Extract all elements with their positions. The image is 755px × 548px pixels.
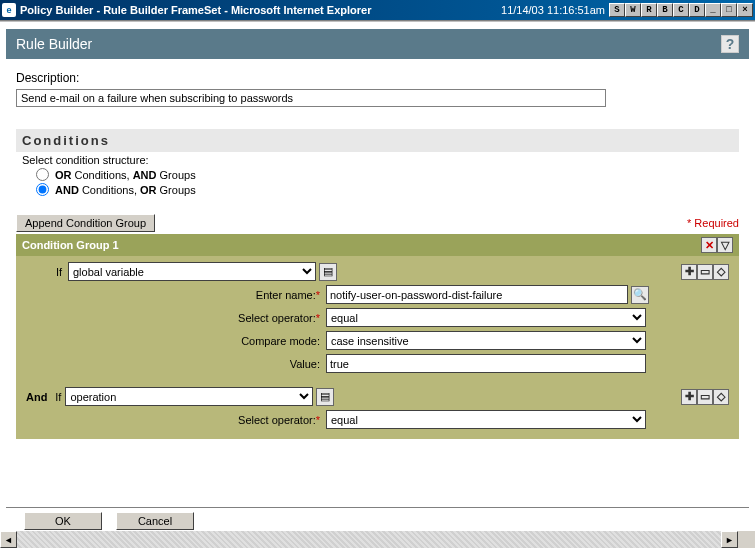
value-input[interactable] — [326, 354, 646, 373]
titlebar-buttons: S W R B C D _ □ × — [609, 3, 753, 17]
minimize-icon[interactable]: _ — [705, 3, 721, 17]
conditions-heading: Conditions — [16, 129, 739, 152]
operator-select[interactable]: equal — [326, 308, 646, 327]
cancel-button[interactable]: Cancel — [116, 512, 194, 530]
add-condition-icon-2[interactable]: ✚ — [681, 389, 697, 405]
btn-r[interactable]: R — [641, 3, 657, 17]
scroll-left-icon[interactable]: ◄ — [0, 531, 17, 548]
if-label-2: If — [51, 391, 65, 403]
titlebar: e Policy Builder - Rule Builder FrameSet… — [0, 0, 755, 20]
scroll-right-icon[interactable]: ► — [721, 531, 738, 548]
window-datetime: 11/14/03 11:16:51am — [501, 4, 605, 16]
delete-group-icon[interactable]: ✕ — [701, 237, 717, 253]
enter-name-label: Enter name:* — [26, 289, 326, 301]
operator-select-2[interactable]: equal — [326, 410, 646, 429]
remove-condition-icon-2[interactable]: ▭ — [697, 389, 713, 405]
btn-b[interactable]: B — [657, 3, 673, 17]
panel-header: Rule Builder ? — [6, 29, 749, 59]
panel-body: Description: Conditions Select condition… — [6, 59, 749, 499]
radio-or[interactable] — [36, 168, 49, 181]
conditions-sublabel: Select condition structure: — [22, 154, 739, 166]
and-label: And — [26, 391, 51, 403]
ie-icon: e — [2, 3, 16, 17]
close-icon[interactable]: × — [737, 3, 753, 17]
horizontal-scrollbar[interactable]: ◄ ► — [0, 531, 755, 548]
maximize-icon[interactable]: □ — [721, 3, 737, 17]
condition-group: Condition Group 1 ✕ ▽ If global variable… — [16, 234, 739, 439]
append-condition-group-button[interactable]: Append Condition Group — [16, 214, 155, 232]
remove-condition-icon[interactable]: ▭ — [697, 264, 713, 280]
scroll-track[interactable] — [17, 531, 721, 548]
scroll-corner — [738, 531, 755, 548]
name-input[interactable] — [326, 285, 628, 304]
btn-d[interactable]: D — [689, 3, 705, 17]
required-label: * Required — [687, 217, 739, 229]
radio-or-row[interactable]: OR Conditions, AND Groups — [36, 168, 739, 181]
condition-group-header: Condition Group 1 ✕ ▽ — [16, 234, 739, 256]
move-condition-icon[interactable]: ◇ — [713, 264, 729, 280]
bottom-bar: OK Cancel — [6, 507, 749, 530]
window-title: Policy Builder - Rule Builder FrameSet -… — [20, 4, 501, 16]
condition-type-select[interactable]: global variable — [68, 262, 316, 281]
operator-label-2: Select operator:* — [26, 414, 326, 426]
move-condition-icon-2[interactable]: ◇ — [713, 389, 729, 405]
group-title: Condition Group 1 — [22, 239, 119, 251]
btn-w[interactable]: W — [625, 3, 641, 17]
toolbar-divider — [0, 20, 755, 23]
panel: Rule Builder ? Description: Conditions S… — [6, 29, 749, 499]
help-icon[interactable]: ? — [721, 35, 739, 53]
compare-mode-select[interactable]: case insensitive — [326, 331, 646, 350]
description-label: Description: — [16, 71, 739, 85]
value-label: Value: — [26, 358, 326, 370]
radio-and-row[interactable]: AND Conditions, OR Groups — [36, 183, 739, 196]
ok-button[interactable]: OK — [24, 512, 102, 530]
operator-label: Select operator:* — [26, 312, 326, 324]
browse-icon-2[interactable]: ▤ — [316, 388, 334, 406]
btn-c[interactable]: C — [673, 3, 689, 17]
compare-mode-label: Compare mode: — [26, 335, 326, 347]
condition-type-select-2[interactable]: operation — [65, 387, 313, 406]
panel-title: Rule Builder — [16, 36, 92, 52]
add-condition-icon[interactable]: ✚ — [681, 264, 697, 280]
description-input[interactable] — [16, 89, 606, 107]
search-icon[interactable]: 🔍 — [631, 286, 649, 304]
if-label: If — [26, 266, 68, 278]
browse-icon[interactable]: ▤ — [319, 263, 337, 281]
collapse-group-icon[interactable]: ▽ — [717, 237, 733, 253]
radio-and[interactable] — [36, 183, 49, 196]
btn-s[interactable]: S — [609, 3, 625, 17]
